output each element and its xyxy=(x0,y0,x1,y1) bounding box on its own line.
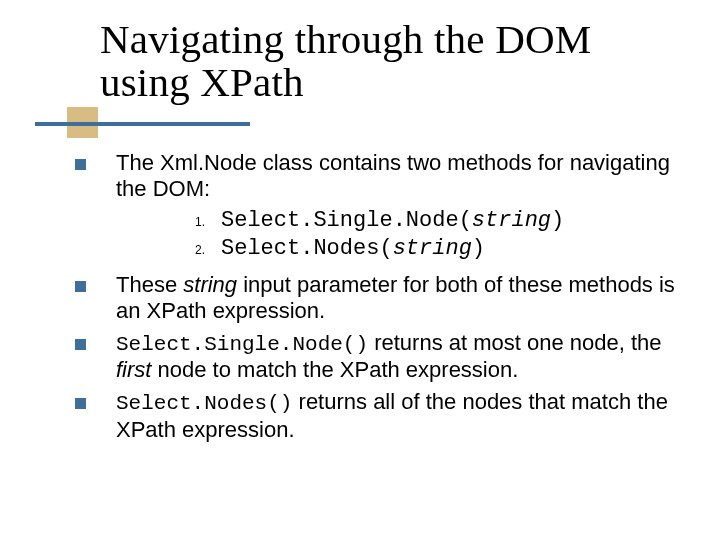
slide-title: Navigating through the DOM using XPath xyxy=(100,18,660,104)
code-param: string xyxy=(472,208,551,233)
bullet-icon xyxy=(75,159,86,170)
code-text: Select.Single.Node() xyxy=(116,333,368,356)
bullet-text: Select.Nodes() returns all of the nodes … xyxy=(116,389,675,443)
sublist-item: 1. Select.Single.Node(string) xyxy=(195,208,675,234)
bullet-item: Select.Nodes() returns all of the nodes … xyxy=(75,389,675,443)
text-run: returns at most one node, the xyxy=(368,330,662,355)
title-block: Navigating through the DOM using XPath xyxy=(100,18,660,104)
bullet-icon xyxy=(75,339,86,350)
text-run: node to match the XPath expression. xyxy=(151,357,518,382)
bullet-text: Select.Single.Node() returns at most one… xyxy=(116,330,675,384)
code-text: Select.Single.Node( xyxy=(221,208,472,233)
italic-text: string xyxy=(183,272,237,297)
bullet-text: These string input parameter for both of… xyxy=(116,272,675,324)
bullet-icon xyxy=(75,398,86,409)
code-text: ) xyxy=(551,208,564,233)
code-text: ) xyxy=(472,236,485,261)
code-param: string xyxy=(393,236,472,261)
sublist-text: Select.Nodes(string) xyxy=(221,236,485,262)
bullet-text: The Xml.Node class contains two methods … xyxy=(116,150,675,202)
text-run: These xyxy=(116,272,183,297)
code-text: Select.Nodes( xyxy=(221,236,393,261)
sublist-number: 2. xyxy=(195,243,221,257)
sublist-item: 2. Select.Nodes(string) xyxy=(195,236,675,262)
slide: Navigating through the DOM using XPath T… xyxy=(0,0,720,540)
numbered-sublist: 1. Select.Single.Node(string) 2. Select.… xyxy=(195,208,675,262)
title-accent-rule xyxy=(35,122,250,126)
code-text: Select.Nodes() xyxy=(116,392,292,415)
bullet-icon xyxy=(75,281,86,292)
slide-body: The Xml.Node class contains two methods … xyxy=(75,150,675,449)
bullet-item: These string input parameter for both of… xyxy=(75,272,675,324)
sublist-number: 1. xyxy=(195,215,221,229)
bullet-item: Select.Single.Node() returns at most one… xyxy=(75,330,675,384)
sublist-text: Select.Single.Node(string) xyxy=(221,208,564,234)
italic-text: first xyxy=(116,357,151,382)
bullet-item: The Xml.Node class contains two methods … xyxy=(75,150,675,202)
